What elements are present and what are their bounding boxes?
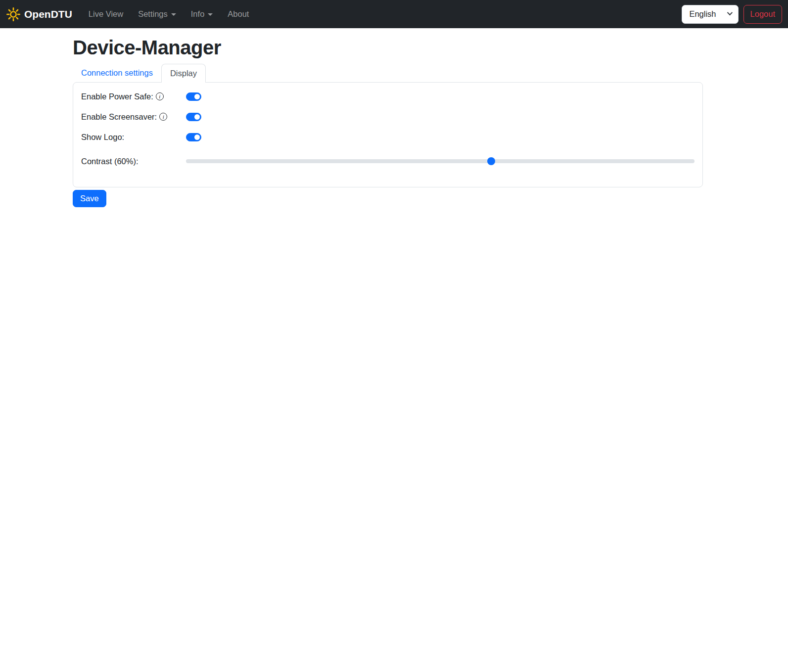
- caret-down-icon: [171, 13, 176, 16]
- field-label: Enable Screensaver:: [81, 112, 157, 122]
- language-select-value: English: [689, 9, 716, 19]
- toggle-knob: [194, 94, 200, 99]
- field-label: Enable Power Safe:: [81, 92, 153, 101]
- form-row-show-logo: Show Logo:: [81, 131, 695, 143]
- save-button[interactable]: Save: [73, 190, 106, 207]
- toggle-knob: [194, 114, 200, 120]
- field-label: Contrast (60%):: [81, 157, 139, 166]
- tab-bar: Connection settings Display: [73, 64, 703, 82]
- nav-item-about[interactable]: About: [220, 5, 256, 23]
- form-row-contrast: Contrast (60%):: [81, 151, 695, 171]
- brand-link[interactable]: OpenDTU: [6, 7, 72, 22]
- toggle-knob: [194, 134, 200, 140]
- chevron-down-icon: [727, 9, 732, 15]
- form-row-screensaver: Enable Screensaver: i: [81, 111, 695, 123]
- logout-button[interactable]: Logout: [743, 5, 782, 24]
- nav-item-settings[interactable]: Settings: [131, 5, 184, 23]
- tab-connection-settings[interactable]: Connection settings: [73, 64, 161, 82]
- nav-item-live-view[interactable]: Live View: [81, 5, 131, 23]
- nav-item-label: About: [228, 9, 249, 19]
- info-icon[interactable]: i: [159, 113, 167, 121]
- sun-icon: [6, 7, 21, 22]
- page-title: Device-Manager: [73, 37, 703, 59]
- contrast-slider-thumb[interactable]: [487, 157, 495, 165]
- show-logo-toggle[interactable]: [186, 133, 201, 141]
- display-settings-card: Enable Power Safe: i Enable Screensaver:…: [73, 82, 703, 187]
- form-row-power-safe: Enable Power Safe: i: [81, 90, 695, 102]
- slider-track[interactable]: [186, 159, 695, 163]
- caret-down-icon: [208, 13, 213, 16]
- nav-item-label: Settings: [138, 9, 168, 19]
- info-icon[interactable]: i: [156, 92, 164, 100]
- language-select[interactable]: English: [682, 5, 738, 24]
- main-content: Device-Manager Connection settings Displ…: [73, 28, 703, 207]
- screensaver-toggle[interactable]: [186, 113, 201, 121]
- nav-item-info[interactable]: Info: [184, 5, 221, 23]
- navbar: OpenDTU Live View Settings Info About En…: [0, 0, 788, 28]
- tab-display[interactable]: Display: [161, 64, 206, 83]
- brand-label: OpenDTU: [24, 8, 72, 20]
- field-label: Show Logo:: [81, 133, 124, 142]
- nav-item-label: Live View: [89, 9, 123, 19]
- power-safe-toggle[interactable]: [186, 92, 201, 101]
- contrast-slider[interactable]: [186, 157, 695, 165]
- nav-item-label: Info: [191, 9, 205, 19]
